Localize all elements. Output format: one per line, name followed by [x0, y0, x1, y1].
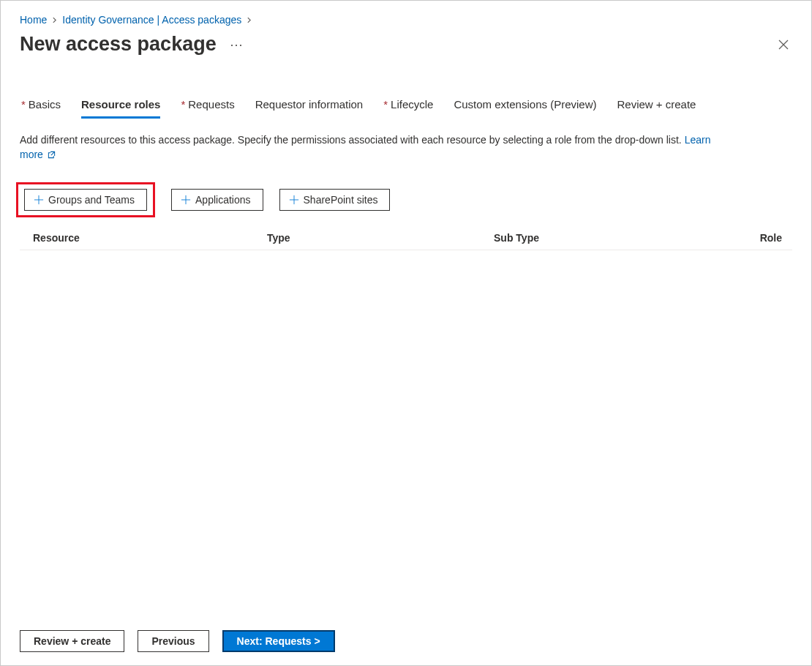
- tab-requestor-information[interactable]: Requestor information: [255, 95, 364, 119]
- tab-label: Requests: [188, 98, 234, 111]
- external-link-icon: [46, 149, 56, 160]
- close-icon: [778, 39, 789, 50]
- add-applications-button[interactable]: Applications: [171, 189, 263, 211]
- close-button[interactable]: [775, 36, 792, 53]
- next-requests-button[interactable]: Next: Requests >: [222, 630, 335, 652]
- tab-label: Custom extensions (Preview): [454, 98, 596, 111]
- page-title: New access package: [20, 33, 217, 56]
- add-groups-teams-button[interactable]: Groups and Teams: [24, 189, 147, 211]
- add-btn-label: SharePoint sites: [304, 194, 378, 206]
- plus-icon: [181, 195, 191, 205]
- add-btn-label: Groups and Teams: [48, 194, 135, 206]
- required-star-icon: *: [181, 98, 185, 111]
- highlight-box: Groups and Teams: [16, 182, 155, 217]
- tab-resource-roles[interactable]: Resource roles: [81, 95, 160, 119]
- page-frame: Home Identity Governance | Access packag…: [0, 0, 812, 666]
- tab-label: Lifecycle: [391, 98, 433, 111]
- description-body: Add different resources to this access p…: [20, 134, 685, 146]
- col-resource: Resource: [33, 232, 267, 244]
- footer: Review + create Previous Next: Requests …: [1, 621, 811, 665]
- tab-label: Review + create: [617, 98, 696, 111]
- tab-custom-extensions[interactable]: Custom extensions (Preview): [454, 95, 596, 119]
- chevron-right-icon: [246, 17, 252, 23]
- tab-lifecycle[interactable]: * Lifecycle: [383, 95, 433, 119]
- col-role: Role: [721, 232, 785, 244]
- tab-review-create[interactable]: Review + create: [617, 95, 696, 119]
- header-row: New access package ⋯: [20, 33, 792, 56]
- review-create-button[interactable]: Review + create: [20, 630, 124, 652]
- plus-icon: [34, 195, 44, 205]
- tab-label: Requestor information: [255, 98, 364, 111]
- more-actions-button[interactable]: ⋯: [227, 37, 246, 53]
- breadcrumb: Home Identity Governance | Access packag…: [20, 14, 792, 26]
- main-area: Home Identity Governance | Access packag…: [1, 1, 811, 621]
- tab-requests[interactable]: * Requests: [181, 95, 234, 119]
- tab-basics[interactable]: * Basics: [21, 95, 61, 119]
- add-sharepoint-sites-button[interactable]: SharePoint sites: [279, 189, 391, 211]
- tab-label: Resource roles: [81, 98, 160, 111]
- page-title-wrap: New access package ⋯: [20, 33, 246, 56]
- col-subtype: Sub Type: [494, 232, 721, 244]
- add-btn-label: Applications: [195, 194, 251, 206]
- description-text: Add different resources to this access p…: [20, 133, 729, 162]
- breadcrumb-home[interactable]: Home: [20, 14, 47, 26]
- col-type: Type: [267, 232, 494, 244]
- plus-icon: [289, 195, 299, 205]
- tabs: * Basics Resource roles * Requests Reque…: [20, 95, 792, 119]
- add-resource-row: Groups and Teams Applications SharePoint…: [24, 182, 792, 217]
- required-star-icon: *: [21, 98, 26, 111]
- required-star-icon: *: [383, 98, 388, 111]
- tab-label: Basics: [29, 98, 61, 111]
- breadcrumb-section[interactable]: Identity Governance | Access packages: [62, 14, 241, 26]
- chevron-right-icon: [51, 17, 58, 23]
- resource-table-header: Resource Type Sub Type Role: [20, 228, 792, 250]
- previous-button[interactable]: Previous: [138, 630, 208, 652]
